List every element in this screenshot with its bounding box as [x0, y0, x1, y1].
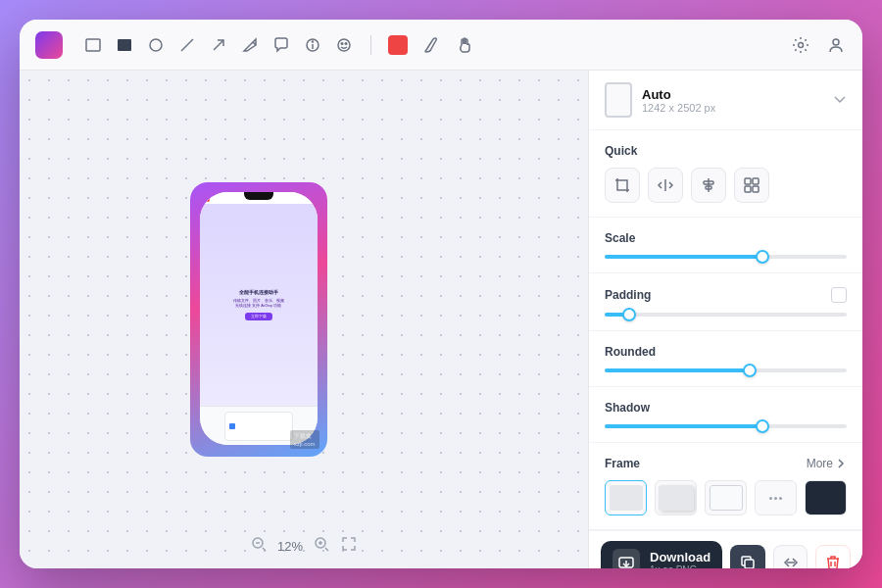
frame-option-shadow[interactable] — [655, 480, 697, 515]
padding-slider-row — [605, 313, 847, 317]
app-logo — [35, 31, 63, 59]
quick-buttons — [605, 168, 847, 203]
fullscreen-icon[interactable] — [340, 535, 358, 557]
app-window: 全能手机连接助手 传输文件、照片、音乐、视频无线连接 支持 AirDrop 功能… — [20, 20, 862, 568]
dot3 — [779, 497, 782, 500]
svg-rect-25 — [753, 178, 759, 184]
line-tool[interactable] — [176, 34, 198, 56]
quick-section: Quick — [589, 130, 862, 218]
frame-option-outline[interactable] — [705, 480, 747, 515]
shadow-thumb[interactable] — [756, 419, 769, 433]
circle-tool[interactable] — [145, 34, 167, 56]
quick-label: Quick — [605, 144, 847, 158]
svg-rect-24 — [745, 178, 751, 184]
scale-slider[interactable] — [605, 255, 847, 259]
device-selector[interactable]: Auto 1242 x 2502 px — [589, 71, 862, 130]
padding-label: Padding — [605, 288, 823, 302]
rectangle-tool[interactable] — [82, 34, 104, 56]
hand-tool[interactable] — [454, 34, 475, 56]
scale-label: Scale — [605, 231, 847, 245]
scale-fill — [605, 255, 762, 259]
shadow-section: Shadow — [589, 387, 862, 443]
device-resolution: 1242 x 2502 px — [642, 102, 823, 114]
color-picker[interactable] — [387, 34, 409, 56]
rounded-slider-row — [605, 368, 847, 372]
zoom-out-icon[interactable] — [250, 535, 268, 557]
phone-frame: 全能手机连接助手 传输文件、照片、音乐、视频无线连接 支持 AirDrop 功能… — [190, 182, 327, 457]
download-title: Download — [650, 550, 710, 564]
padding-header-row: Padding — [605, 287, 847, 303]
rounded-label: Rounded — [605, 345, 847, 359]
frame-option-plain[interactable] — [605, 480, 647, 515]
rounded-slider[interactable] — [605, 368, 847, 372]
frame-header: Frame More — [605, 457, 847, 470]
rounded-fill — [605, 368, 750, 372]
svg-point-9 — [341, 42, 343, 44]
phone-screen: 全能手机连接助手 传输文件、照片、音乐、视频无线连接 支持 AirDrop 功能… — [200, 192, 318, 445]
settings-icon[interactable] — [790, 34, 811, 56]
phone-screen-cta: 立即下载 — [245, 313, 272, 320]
phone-screen-title: 全能手机连接助手 — [239, 289, 278, 295]
download-button[interactable]: Download 1x as PNG — [601, 541, 722, 568]
download-btn-icon — [612, 549, 640, 568]
phone-screen-card-dot — [229, 423, 235, 429]
svg-line-15 — [263, 548, 266, 551]
flip-btn[interactable] — [648, 168, 683, 203]
svg-point-12 — [833, 39, 839, 45]
align-btn[interactable] — [691, 168, 726, 203]
header-dot-red — [206, 198, 210, 202]
svg-point-7 — [313, 41, 314, 42]
arrow-tool[interactable] — [208, 34, 229, 56]
svg-line-3 — [181, 39, 193, 51]
svg-rect-1 — [118, 39, 131, 51]
crop-btn[interactable] — [605, 168, 640, 203]
device-name: Auto — [642, 87, 823, 102]
svg-line-4 — [214, 40, 223, 50]
padding-section: Padding — [589, 273, 862, 331]
download-bar: Download 1x as PNG — [589, 530, 862, 568]
canvas-area[interactable]: 全能手机连接助手 传输文件、照片、音乐、视频无线连接 支持 AirDrop 功能… — [20, 71, 588, 568]
toolbar-right — [790, 34, 847, 56]
frame-more-button[interactable]: More — [807, 457, 847, 470]
frame-option-dark[interactable] — [805, 480, 847, 515]
shadow-slider[interactable] — [605, 424, 847, 428]
rounded-section: Rounded — [589, 331, 862, 387]
scale-thumb[interactable] — [756, 250, 769, 264]
padding-checkbox[interactable] — [831, 287, 847, 303]
info-tool[interactable] — [302, 34, 323, 56]
rounded-thumb[interactable] — [743, 364, 757, 377]
zoom-in-icon[interactable] — [313, 535, 330, 557]
copy-button[interactable] — [730, 545, 765, 568]
phone-screen-text: 传输文件、照片、音乐、视频无线连接 支持 AirDrop 功能 — [233, 299, 284, 309]
toolbar-divider-1 — [370, 35, 371, 55]
dot1 — [769, 497, 772, 500]
pen-tool[interactable] — [239, 34, 261, 56]
frame-label: Frame — [605, 457, 640, 470]
phone-inner: 全能手机连接助手 传输文件、照片、音乐、视频无线连接 支持 AirDrop 功能… — [200, 192, 318, 445]
shadow-fill — [605, 424, 762, 428]
share-button[interactable] — [773, 545, 808, 568]
phone-mockup: 全能手机连接助手 传输文件、照片、音乐、视频无线连接 支持 AirDrop 功能… — [190, 182, 327, 457]
filled-rect-tool[interactable] — [114, 34, 135, 56]
right-panel: Auto 1242 x 2502 px Quick — [588, 71, 862, 568]
toolbar — [20, 20, 862, 71]
phone-notch — [244, 192, 273, 200]
grid-btn[interactable] — [734, 168, 769, 203]
frame-option-dots[interactable] — [755, 480, 797, 515]
frame-options — [605, 480, 847, 515]
zoom-value: 12% — [277, 539, 303, 554]
emoji-tool[interactable] — [333, 34, 355, 56]
speech-bubble-tool[interactable] — [270, 34, 292, 56]
svg-point-10 — [345, 42, 347, 44]
brush-tool[interactable] — [420, 34, 442, 56]
scale-slider-row — [605, 255, 847, 259]
device-selector-icon — [605, 82, 632, 118]
frame-dark-preview — [806, 481, 846, 514]
delete-button[interactable] — [815, 545, 851, 568]
padding-slider[interactable] — [605, 313, 847, 317]
profile-icon[interactable] — [825, 34, 847, 56]
device-selector-info: Auto 1242 x 2502 px — [642, 87, 823, 114]
padding-thumb[interactable] — [622, 308, 636, 321]
svg-line-19 — [325, 548, 328, 551]
svg-rect-30 — [745, 560, 754, 568]
